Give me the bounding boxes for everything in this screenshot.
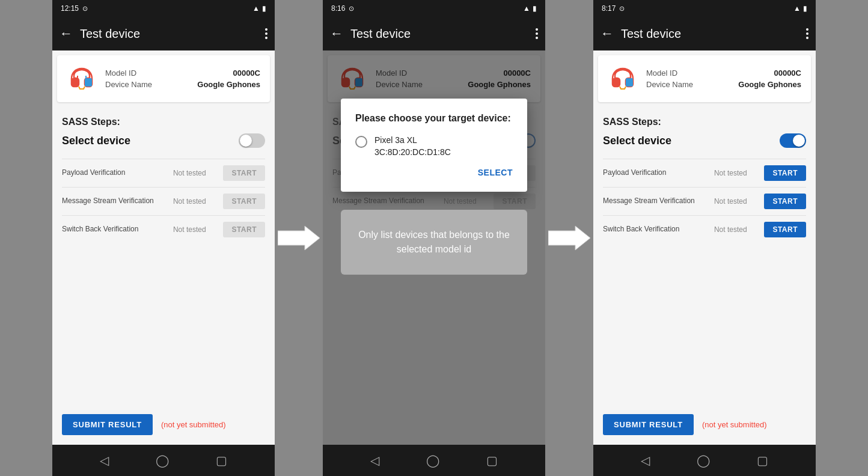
submit-btn-1[interactable]: SUBMIT RESULT bbox=[62, 414, 153, 435]
wifi-icon-3: ▲ bbox=[793, 4, 801, 13]
battery-icon-1: ▮ bbox=[262, 4, 266, 13]
test-label-switch-3: Switch Back Verification bbox=[603, 225, 697, 234]
svg-rect-9 bbox=[626, 78, 633, 87]
phone-1: 12:15 ⊙ ▲ ▮ ← Test device bbox=[52, 0, 275, 476]
not-submitted-1: (not yet submitted) bbox=[161, 420, 226, 429]
model-id-row-1: Model ID 00000C bbox=[105, 69, 260, 78]
status-bar-1: 12:15 ⊙ ▲ ▮ bbox=[52, 0, 275, 17]
arrow-svg-2 bbox=[548, 225, 590, 251]
start-btn-switch-1[interactable]: START bbox=[223, 222, 265, 237]
nav-home-icon-2[interactable]: ◯ bbox=[426, 453, 439, 468]
nav-recents-icon-3[interactable]: ▢ bbox=[757, 453, 768, 468]
submit-row-3: SUBMIT RESULT (not yet submitted) bbox=[593, 404, 816, 445]
nav-bar-1: ◁ ◯ ▢ bbox=[52, 445, 275, 476]
start-btn-payload-1[interactable]: START bbox=[223, 165, 265, 181]
select-device-toggle-3[interactable] bbox=[780, 133, 806, 148]
status-bar-right-2: ▲ ▮ bbox=[523, 4, 537, 13]
nav-bar-3: ◁ ◯ ▢ bbox=[593, 445, 816, 476]
device-name-label-3: Device Name bbox=[646, 80, 693, 89]
test-label-payload-1: Payload Verification bbox=[62, 168, 156, 178]
submit-btn-3[interactable]: SUBMIT RESULT bbox=[603, 414, 694, 435]
device-name-row-1: Device Name Google Gphones bbox=[105, 80, 260, 89]
device-name-row-3: Device Name Google Gphones bbox=[646, 80, 801, 89]
app-title-3: Test device bbox=[621, 27, 799, 41]
select-button[interactable]: SELECT bbox=[478, 168, 513, 177]
test-label-switch-1: Switch Back Verification bbox=[62, 225, 156, 234]
test-row-payload-1: Payload Verification Not tested START bbox=[62, 159, 265, 187]
time-1: 12:15 bbox=[61, 4, 79, 13]
arrow-2 bbox=[545, 0, 593, 476]
nav-recents-icon-1[interactable]: ▢ bbox=[216, 453, 227, 468]
dialog-device-name-1: Pixel 3a XL 3C:8D:20:DC:D1:8C bbox=[374, 135, 451, 158]
device-card-1: Model ID 00000C Device Name Google Gphon… bbox=[57, 55, 270, 102]
test-status-payload-1: Not tested bbox=[158, 169, 221, 177]
svg-marker-7 bbox=[548, 226, 590, 250]
select-device-label-3: Select device bbox=[603, 135, 671, 147]
nav-home-icon-1[interactable]: ◯ bbox=[156, 453, 169, 468]
wifi-icon-1: ▲ bbox=[252, 4, 260, 13]
test-status-stream-3: Not tested bbox=[699, 197, 762, 206]
status-bar-2: 8:16 ⊙ ▲ ▮ bbox=[323, 0, 545, 17]
nav-back-icon-3[interactable]: ◁ bbox=[641, 453, 650, 468]
app-bar-1: ← Test device bbox=[52, 17, 275, 50]
battery-icon-2: ▮ bbox=[533, 4, 537, 13]
radio-button-1[interactable] bbox=[355, 136, 367, 148]
nav-recents-icon-2[interactable]: ▢ bbox=[486, 453, 498, 468]
model-id-row-3: Model ID 00000C bbox=[646, 69, 801, 78]
select-device-row-3: Select device bbox=[603, 133, 806, 148]
test-status-switch-3: Not tested bbox=[699, 225, 762, 234]
sim-icon-2: ⊙ bbox=[349, 5, 354, 13]
start-btn-stream-1[interactable]: START bbox=[223, 194, 265, 209]
sim-icon-3: ⊙ bbox=[619, 5, 625, 13]
dialog-actions: SELECT bbox=[355, 168, 513, 177]
headphone-logo-1 bbox=[67, 64, 97, 94]
start-btn-stream-3[interactable]: START bbox=[764, 194, 806, 209]
menu-button-1[interactable] bbox=[265, 28, 267, 39]
back-button-1[interactable]: ← bbox=[60, 26, 73, 41]
wifi-icon-2: ▲ bbox=[523, 4, 530, 13]
start-btn-payload-3[interactable]: START bbox=[764, 165, 806, 181]
test-label-stream-3: Message Stream Verification bbox=[603, 197, 697, 206]
svg-rect-1 bbox=[85, 78, 92, 87]
sim-icon-1: ⊙ bbox=[82, 5, 88, 13]
status-bar-left-1: 12:15 ⊙ bbox=[61, 4, 88, 13]
device-info-3: Model ID 00000C Device Name Google Gphon… bbox=[646, 69, 801, 89]
test-status-stream-1: Not tested bbox=[158, 197, 221, 206]
phone-container: 12:15 ⊙ ▲ ▮ ← Test device bbox=[52, 0, 816, 476]
test-status-switch-1: Not tested bbox=[158, 225, 221, 234]
nav-home-icon-3[interactable]: ◯ bbox=[697, 453, 710, 468]
menu-button-2[interactable] bbox=[536, 28, 538, 39]
not-submitted-3: (not yet submitted) bbox=[702, 420, 767, 429]
status-bar-left-2: 8:16 ⊙ bbox=[331, 4, 354, 13]
nav-back-icon-1[interactable]: ◁ bbox=[100, 453, 109, 468]
menu-button-3[interactable] bbox=[806, 28, 808, 39]
svg-rect-0 bbox=[72, 78, 79, 87]
status-bar-left-3: 8:17 ⊙ bbox=[602, 4, 625, 13]
dialog-option-1[interactable]: Pixel 3a XL 3C:8D:20:DC:D1:8C bbox=[355, 135, 513, 158]
start-btn-switch-3[interactable]: START bbox=[764, 222, 806, 237]
app-title-1: Test device bbox=[80, 27, 258, 41]
select-device-toggle-1[interactable] bbox=[239, 133, 265, 148]
app-bar-2: ← Test device bbox=[323, 17, 545, 50]
test-status-payload-3: Not tested bbox=[699, 169, 762, 177]
test-row-switch-1: Switch Back Verification Not tested STAR… bbox=[62, 215, 265, 243]
model-id-value-3: 00000C bbox=[774, 69, 801, 78]
select-device-row-1: Select device bbox=[62, 133, 265, 148]
device-card-3: Model ID 00000C Device Name Google Gphon… bbox=[598, 55, 811, 102]
time-3: 8:17 bbox=[602, 4, 616, 13]
device-name-label-1: Device Name bbox=[105, 80, 152, 89]
dialog-overlay[interactable]: Please choose your target device: Pixel … bbox=[323, 50, 545, 445]
test-row-stream-1: Message Stream Verification Not tested S… bbox=[62, 187, 265, 215]
nav-back-icon-2[interactable]: ◁ bbox=[370, 453, 379, 468]
headphone-logo-3 bbox=[608, 64, 638, 94]
back-button-2[interactable]: ← bbox=[330, 26, 343, 41]
sass-section-3: SASS Steps: Select device Payload Verifi… bbox=[593, 107, 816, 404]
model-id-label-3: Model ID bbox=[646, 69, 677, 78]
sass-title-3: SASS Steps: bbox=[603, 117, 806, 127]
app-title-2: Test device bbox=[350, 27, 528, 41]
back-button-3[interactable]: ← bbox=[601, 26, 614, 41]
test-label-payload-3: Payload Verification bbox=[603, 168, 697, 178]
device-name-value-1: Google Gphones bbox=[197, 80, 260, 89]
model-id-value-1: 00000C bbox=[233, 69, 260, 78]
status-bar-3: 8:17 ⊙ ▲ ▮ bbox=[593, 0, 816, 17]
